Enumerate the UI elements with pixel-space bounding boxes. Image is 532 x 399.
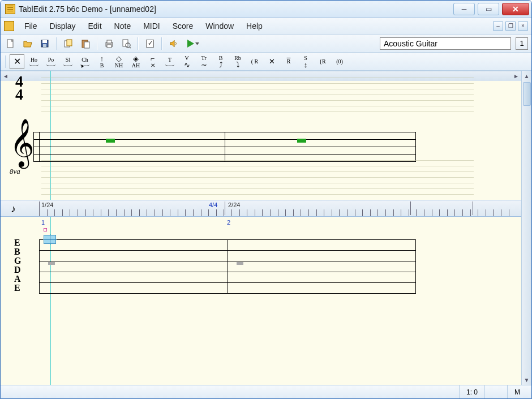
release-bend-button[interactable]: Rb⤵ bbox=[230, 54, 245, 69]
svg-line-13 bbox=[130, 47, 131, 48]
statusbar: 1: 0 M bbox=[1, 385, 531, 398]
toggle-check-button[interactable]: ✓ bbox=[143, 37, 157, 50]
vertical-scrollbar[interactable]: ▲ ▼ bbox=[521, 71, 531, 385]
ring-button[interactable]: {R bbox=[315, 54, 330, 69]
print-button[interactable] bbox=[102, 37, 116, 50]
paste-button[interactable] bbox=[79, 37, 92, 50]
open-button[interactable] bbox=[21, 37, 35, 50]
notation-staff[interactable]: 𝄞 8va bbox=[33, 132, 416, 161]
mdi-minimize-button[interactable]: – bbox=[493, 22, 503, 31]
vibrato-button[interactable]: V∿ bbox=[179, 54, 194, 69]
instrument-display[interactable]: Acoustic Guitar bbox=[380, 37, 511, 50]
rest-marker bbox=[297, 139, 306, 143]
menu-window[interactable]: Window bbox=[200, 19, 239, 33]
close-button[interactable]: ✕ bbox=[502, 3, 529, 15]
play-button[interactable] bbox=[184, 37, 202, 50]
slap-button[interactable]: ⌐✕ bbox=[145, 54, 160, 69]
ledger-area-top bbox=[41, 78, 474, 113]
roll-button[interactable]: R bbox=[281, 54, 296, 69]
mdi-restore-button[interactable]: ❐ bbox=[505, 22, 516, 31]
svg-rect-9 bbox=[107, 40, 111, 43]
slide-button[interactable]: Sl bbox=[61, 54, 75, 69]
minimize-button[interactable]: ─ bbox=[453, 3, 475, 15]
svg-rect-5 bbox=[67, 40, 72, 46]
track-number[interactable]: 1 bbox=[516, 37, 528, 50]
tab-rest bbox=[237, 262, 243, 265]
new-button[interactable] bbox=[4, 37, 18, 50]
pull-off-button[interactable]: Po bbox=[44, 54, 58, 69]
menu-edit[interactable]: Edit bbox=[82, 19, 107, 33]
artificial-harmonic-button[interactable]: ◈AH bbox=[128, 54, 143, 69]
app-icon bbox=[5, 4, 15, 14]
edit-cursor[interactable] bbox=[44, 235, 56, 244]
dead-note-button[interactable]: ✕ bbox=[264, 54, 279, 69]
preview-button[interactable] bbox=[119, 37, 133, 50]
tab-rest bbox=[48, 262, 55, 265]
menubar: File Display Edit Note MIDI Score Window… bbox=[1, 18, 531, 35]
staccato-button[interactable]: S↕ bbox=[298, 54, 313, 69]
effects-toolbar: ✕ Ho Po Sl Ch ↑B ◇NH ◈AH ⌐✕ T V∿ Tr∼ B⤴ … bbox=[1, 53, 531, 71]
content-area: 4 4 𝄞 8va bbox=[1, 71, 531, 385]
svg-rect-2 bbox=[42, 40, 47, 43]
rest-marker bbox=[106, 139, 115, 143]
ottava-label: 8va bbox=[10, 167, 20, 176]
measure-numbers: 1 2 bbox=[1, 219, 521, 229]
score-canvas[interactable]: 4 4 𝄞 8va bbox=[1, 71, 521, 385]
mdi-close-button[interactable]: × bbox=[518, 22, 528, 31]
tapping-button[interactable]: T bbox=[162, 54, 177, 69]
save-button[interactable] bbox=[38, 37, 52, 50]
tremolo-button[interactable]: Tr∼ bbox=[196, 54, 211, 69]
note-value-icon[interactable]: ♪ bbox=[11, 203, 16, 215]
marker-icon bbox=[44, 228, 47, 231]
no-effect-button[interactable]: ✕ bbox=[10, 54, 24, 69]
natural-harmonic-button[interactable]: ◇NH bbox=[111, 54, 126, 69]
treble-clef-icon: 𝄞 bbox=[10, 122, 35, 164]
status-position: 1: 0 bbox=[459, 385, 484, 398]
bend-button[interactable]: B⤴ bbox=[213, 54, 228, 69]
brush-up-button[interactable]: ↑B bbox=[95, 54, 109, 69]
svg-rect-10 bbox=[107, 45, 111, 48]
titlebar: TablEdit 2.75 b6c Demo - [unnamed02] ─ ▭… bbox=[1, 1, 531, 18]
hammer-on-button[interactable]: Ho bbox=[27, 54, 41, 69]
doc-icon bbox=[4, 21, 14, 31]
rasgueado-button[interactable]: ( R bbox=[247, 54, 262, 69]
copy-button[interactable] bbox=[62, 37, 75, 50]
choke-button[interactable]: Ch bbox=[78, 54, 92, 69]
menu-midi[interactable]: MIDI bbox=[138, 19, 166, 33]
string-tuning: E B G D A E bbox=[14, 238, 21, 293]
app-window: TablEdit 2.75 b6c Demo - [unnamed02] ─ ▭… bbox=[0, 0, 532, 399]
window-title: TablEdit 2.75 b6c Demo - [unnamed02] bbox=[19, 5, 453, 14]
ledger-area-bottom bbox=[41, 160, 474, 200]
menu-file[interactable]: File bbox=[19, 19, 43, 33]
menu-display[interactable]: Display bbox=[44, 19, 81, 33]
menu-help[interactable]: Help bbox=[241, 19, 268, 33]
time-ruler[interactable]: ♪ 1/24 4/4 2/24 bbox=[1, 200, 521, 217]
svg-rect-7 bbox=[84, 42, 89, 48]
menu-note[interactable]: Note bbox=[109, 19, 137, 33]
svg-rect-3 bbox=[43, 44, 46, 47]
maximize-button[interactable]: ▭ bbox=[478, 3, 499, 15]
status-mode: M bbox=[507, 385, 527, 398]
menu-score[interactable]: Score bbox=[167, 19, 199, 33]
main-toolbar: ✓ Acoustic Guitar 1 bbox=[1, 35, 531, 53]
time-signature: 4 4 bbox=[15, 75, 23, 101]
ghost-note-button[interactable]: (0) bbox=[332, 54, 347, 69]
sound-button[interactable] bbox=[167, 37, 181, 50]
